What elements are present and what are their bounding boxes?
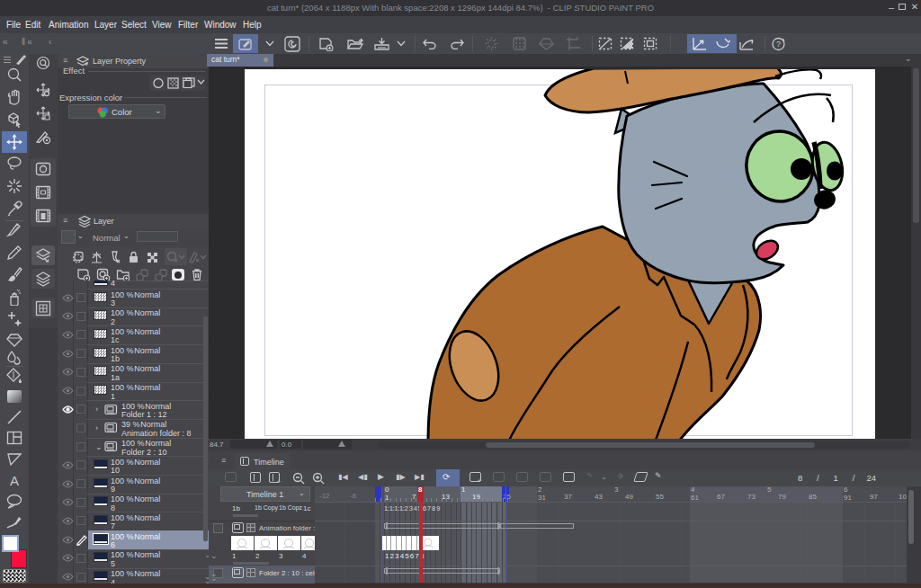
svg-text:?: ? (776, 40, 781, 49)
